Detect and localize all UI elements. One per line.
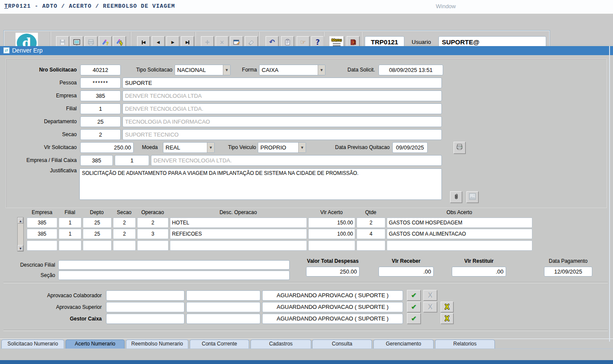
aprovacao-superior-field1[interactable] (106, 302, 185, 312)
tabstrip-highlight (0, 339, 613, 339)
chevron-down-icon[interactable]: ▼ (207, 143, 214, 152)
tab-gerenciamento[interactable]: Gerenciamento (373, 339, 434, 348)
grid-cell[interactable]: 4 (357, 229, 385, 239)
bottom-statusbar (0, 360, 613, 364)
grid-scrollbar[interactable]: ▲ ▼ (17, 217, 24, 252)
eraser-icon (248, 39, 255, 46)
pessoa-code-field[interactable]: ****** (80, 78, 121, 88)
chevron-down-icon[interactable]: ▼ (298, 143, 306, 152)
descricao-filial-field[interactable] (58, 260, 290, 270)
vlr-solicitacao-label: Vlr Solicitacao (9, 142, 77, 153)
approve-superior-button[interactable]: ✔ (407, 302, 421, 312)
grid-cell[interactable]: GASTOS COM HOSPEDAGEM (387, 218, 532, 228)
grid-cell[interactable] (113, 240, 136, 251)
reject-superior-button[interactable]: X (423, 302, 437, 312)
grid-header-qtde: Qtde (356, 209, 385, 215)
valor-total-despesas-field: 250.00 (306, 267, 360, 277)
moeda-select[interactable]: REAL ▼ (163, 142, 215, 153)
menu-icon: Menu (332, 38, 342, 42)
grid-cell[interactable] (170, 240, 307, 251)
grid-cell[interactable] (83, 240, 112, 251)
undo-icon: ↶ (269, 39, 275, 46)
secao-code-field[interactable]: 2 (80, 129, 121, 140)
grid-cell[interactable]: 2 (113, 229, 136, 239)
grid-cell[interactable]: GASTOS COM A ALIMENTACAO (387, 229, 532, 239)
aprovacao-colaborador-field2[interactable] (186, 290, 260, 301)
tab-solicitacao-numerario[interactable]: Solicitacao Numerario (1, 339, 64, 348)
print-request-button[interactable] (453, 142, 466, 154)
gestor-caixa-field1[interactable] (106, 314, 185, 324)
data-previsao-quitacao-field[interactable]: 09/09/2025 (392, 142, 428, 153)
grid-cell[interactable]: 100.00 (308, 229, 355, 239)
grid-cell[interactable]: REFEICOES (170, 229, 307, 239)
app-icon: ⇄ (3, 47, 9, 53)
tab-relatorios[interactable]: Relatorios (435, 339, 495, 348)
scroll-down-icon[interactable]: ▼ (18, 245, 23, 251)
grid-cell[interactable] (59, 240, 81, 251)
grid-cell[interactable]: 385 (27, 218, 57, 228)
tipo-veiculo-select[interactable]: PROPRIO ▼ (258, 142, 306, 153)
grid-cell[interactable] (308, 240, 355, 251)
cancel-gestor-button[interactable]: X (441, 313, 453, 324)
grid-cell[interactable]: 25 (83, 218, 112, 228)
grid-cell[interactable]: 1 (59, 229, 81, 239)
nro-solicitacao-field[interactable]: 40212 (80, 65, 121, 75)
x-gray-icon: X (428, 304, 433, 311)
grid-cell[interactable] (27, 240, 57, 251)
screen-icon (73, 39, 80, 46)
tipo-solicitacao-select[interactable]: NACIONAL ▼ (175, 65, 231, 75)
x-gray-icon: X (428, 292, 433, 299)
empresa-caixa-field[interactable]: 385 (80, 155, 113, 166)
forma-select[interactable]: CAIXA ▼ (259, 65, 325, 75)
save-icon (59, 39, 66, 46)
secao-footer-field[interactable] (58, 271, 290, 280)
aprovacao-colaborador-field1[interactable] (106, 290, 185, 301)
tab-reembolso-numerario[interactable]: Reembolso Numerario (126, 339, 188, 348)
grid-cell[interactable]: 1 (59, 218, 81, 228)
tab-conta-corrente[interactable]: Conta Corrente (190, 339, 249, 348)
gestor-caixa-field2[interactable] (186, 314, 260, 324)
menu-window[interactable]: Window (436, 3, 456, 9)
departamento-code-field[interactable]: 25 (80, 116, 121, 127)
chevron-down-icon[interactable]: ▼ (223, 65, 230, 75)
grid-cell[interactable] (357, 240, 385, 251)
grid-cell[interactable] (387, 240, 532, 251)
scroll-up-icon[interactable]: ▲ (18, 218, 23, 224)
reject-colaborador-button[interactable]: X (423, 290, 437, 301)
attachment-button[interactable] (450, 191, 462, 203)
previous-record-icon: ◀ (157, 40, 160, 44)
pessoa-name-field[interactable]: SUPORTE (122, 78, 442, 88)
justificativa-field[interactable]: SOLICITAÇÃO DE ADIANTAMENTO PARA A VIAGE… (79, 168, 442, 200)
grid-cell[interactable]: 3 (137, 229, 169, 239)
grid-cell[interactable]: 2 (357, 218, 385, 228)
tab-consulta[interactable]: Consulta (312, 339, 372, 348)
data-solicit-field[interactable]: 08/09/2025 13:51 (378, 65, 443, 75)
moeda-label: Moeda (135, 142, 158, 153)
caixa-desc-field: DENVER TECNOLOGIA LTDA. (151, 155, 442, 166)
tab-acerto-numerario[interactable]: Acerto Numerario (66, 339, 125, 348)
grid-cell[interactable]: 150.00 (308, 218, 355, 228)
empresa-code-field[interactable]: 385 (80, 90, 121, 101)
aprovacao-colaborador-status: AGUARDANDO APROVACAO ( SUPORTE ) (262, 290, 403, 301)
aprovacao-superior-field2[interactable] (186, 302, 260, 312)
filial-code-field[interactable]: 1 (80, 103, 121, 114)
filial-caixa-field[interactable]: 1 (115, 155, 149, 166)
exit-door-icon (350, 39, 357, 46)
approve-gestor-button[interactable]: ✔ (407, 313, 421, 324)
chevron-down-icon[interactable]: ▼ (318, 65, 325, 75)
grid-cell[interactable]: 2 (113, 218, 136, 228)
data-pagamento-field[interactable]: 12/09/2025 (544, 267, 592, 277)
justificativa-label: Justificativa (9, 168, 77, 174)
approve-colaborador-button[interactable]: ✔ (407, 290, 421, 301)
grid-cell[interactable]: 2 (137, 218, 169, 228)
cancel-superior-button[interactable]: X (441, 302, 453, 312)
grid-cell[interactable] (137, 240, 169, 251)
execute-query-icon: ϟ (116, 39, 123, 46)
grid-cell[interactable]: 25 (83, 229, 112, 239)
tab-cadastros[interactable]: Cadastros (250, 339, 311, 348)
grid-cell[interactable]: HOTEL (170, 218, 307, 228)
vlr-solicitacao-field[interactable]: 250.00 (80, 142, 134, 153)
vlr-restituir-field: .00 (452, 267, 506, 277)
grid-cell[interactable]: 385 (27, 229, 57, 239)
image-button[interactable] (466, 191, 479, 203)
